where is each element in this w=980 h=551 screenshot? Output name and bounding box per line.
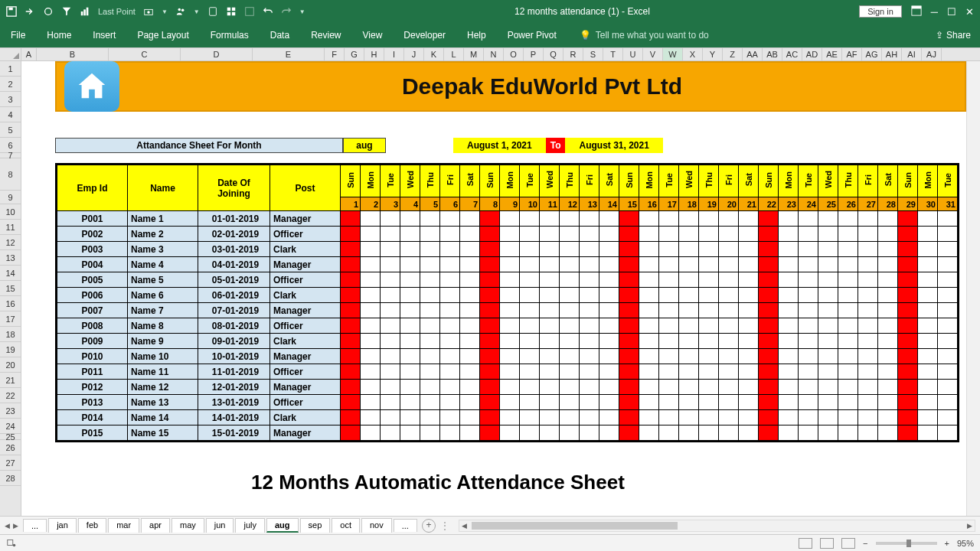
tab-nav-prev-icon[interactable]: ◀: [5, 522, 10, 530]
undo-icon[interactable]: [263, 6, 273, 17]
attendance-cell[interactable]: [779, 425, 799, 441]
attendance-cell[interactable]: [500, 364, 520, 380]
attendance-cell[interactable]: [619, 272, 639, 288]
attendance-cell[interactable]: [759, 288, 779, 303]
cell-emp-id[interactable]: P013: [57, 395, 128, 410]
attendance-cell[interactable]: [799, 257, 818, 272]
cell-post[interactable]: Clark: [270, 410, 341, 425]
attendance-cell[interactable]: [560, 303, 580, 318]
cell-doj[interactable]: 07-01-2019: [198, 303, 270, 318]
tab-more[interactable]: ...: [23, 519, 47, 532]
attendance-cell[interactable]: [878, 380, 898, 395]
attendance-cell[interactable]: [619, 364, 639, 380]
attendance-cell[interactable]: [779, 303, 799, 318]
attendance-cell[interactable]: [440, 211, 460, 227]
zoom-level[interactable]: 95%: [957, 539, 974, 548]
attendance-cell[interactable]: [500, 211, 520, 227]
attendance-cell[interactable]: [719, 364, 739, 380]
cell-doj[interactable]: 06-01-2019: [198, 288, 270, 303]
sheet-tab-mar[interactable]: mar: [108, 518, 139, 533]
attendance-cell[interactable]: [381, 380, 400, 395]
attendance-cell[interactable]: [918, 349, 938, 364]
attendance-cell[interactable]: [520, 303, 540, 318]
attendance-cell[interactable]: [918, 288, 938, 303]
attendance-cell[interactable]: [420, 211, 440, 227]
attendance-cell[interactable]: [878, 334, 898, 349]
attendance-cell[interactable]: [341, 227, 361, 242]
attendance-cell[interactable]: [480, 349, 500, 364]
row-header-24[interactable]: 24: [0, 419, 21, 434]
attendance-cell[interactable]: [739, 257, 759, 272]
row-header-21[interactable]: 21: [0, 373, 21, 388]
attendance-cell[interactable]: [500, 380, 520, 395]
attendance-cell[interactable]: [699, 349, 719, 364]
attendance-cell[interactable]: [838, 303, 858, 318]
attendance-cell[interactable]: [779, 364, 799, 380]
attendance-cell[interactable]: [858, 364, 878, 380]
attendance-cell[interactable]: [480, 380, 500, 395]
grid-icon[interactable]: [226, 6, 237, 17]
attendance-cell[interactable]: [639, 364, 659, 380]
column-header-B[interactable]: B: [37, 48, 109, 60]
cell-name[interactable]: Name 1: [128, 211, 198, 227]
attendance-cell[interactable]: [818, 425, 838, 441]
attendance-cell[interactable]: [440, 334, 460, 349]
attendance-cell[interactable]: [480, 364, 500, 380]
column-header-G[interactable]: G: [345, 48, 364, 60]
attendance-cell[interactable]: [779, 380, 799, 395]
attendance-cell[interactable]: [599, 288, 619, 303]
cell-doj[interactable]: 02-01-2019: [198, 227, 270, 242]
cell-emp-id[interactable]: P004: [57, 257, 128, 272]
attendance-cell[interactable]: [918, 318, 938, 334]
attendance-cell[interactable]: [838, 257, 858, 272]
attendance-cell[interactable]: [799, 380, 818, 395]
attendance-cell[interactable]: [460, 288, 480, 303]
cell-emp-id[interactable]: P003: [57, 242, 128, 257]
zoom-out-button[interactable]: −: [863, 539, 867, 548]
attendance-cell[interactable]: [918, 257, 938, 272]
row-header-18[interactable]: 18: [0, 327, 21, 342]
column-header-K[interactable]: K: [424, 48, 444, 60]
row-header-17[interactable]: 17: [0, 311, 21, 327]
attendance-cell[interactable]: [719, 425, 739, 441]
cell-emp-id[interactable]: P007: [57, 303, 128, 318]
attendance-cell[interactable]: [679, 227, 699, 242]
cell-name[interactable]: Name 2: [128, 227, 198, 242]
attendance-cell[interactable]: [818, 288, 838, 303]
attendance-cell[interactable]: [540, 318, 560, 334]
attendance-cell[interactable]: [540, 395, 560, 410]
cell-name[interactable]: Name 12: [128, 380, 198, 395]
attendance-cell[interactable]: [898, 395, 918, 410]
attendance-cell[interactable]: [580, 227, 599, 242]
attendance-cell[interactable]: [460, 349, 480, 364]
attendance-cell[interactable]: [580, 364, 599, 380]
attendance-cell[interactable]: [878, 410, 898, 425]
attendance-cell[interactable]: [659, 395, 679, 410]
attendance-cell[interactable]: [540, 425, 560, 441]
close-icon[interactable]: ✕: [965, 6, 974, 18]
attendance-cell[interactable]: [898, 380, 918, 395]
attendance-cell[interactable]: [420, 380, 440, 395]
attendance-cell[interactable]: [759, 242, 779, 257]
row-header-25[interactable]: 25: [0, 434, 21, 440]
spreadsheet-grid[interactable]: Deepak EduWorld Pvt Ltd Attandance Sheet…: [21, 61, 966, 516]
attendance-cell[interactable]: [619, 410, 639, 425]
attendance-cell[interactable]: [739, 272, 759, 288]
zoom-in-button[interactable]: +: [945, 539, 949, 548]
attendance-cell[interactable]: [440, 303, 460, 318]
attendance-cell[interactable]: [580, 395, 599, 410]
attendance-cell[interactable]: [938, 364, 958, 380]
share-button[interactable]: ⇪Share: [926, 30, 980, 41]
attendance-cell[interactable]: [460, 318, 480, 334]
attendance-cell[interactable]: [560, 288, 580, 303]
attendance-cell[interactable]: [400, 395, 420, 410]
attendance-cell[interactable]: [460, 425, 480, 441]
attendance-cell[interactable]: [381, 425, 400, 441]
attendance-cell[interactable]: [361, 227, 381, 242]
attendance-cell[interactable]: [460, 380, 480, 395]
attendance-cell[interactable]: [679, 318, 699, 334]
attendance-cell[interactable]: [560, 211, 580, 227]
attendance-cell[interactable]: [619, 257, 639, 272]
attendance-cell[interactable]: [838, 425, 858, 441]
attendance-cell[interactable]: [878, 318, 898, 334]
